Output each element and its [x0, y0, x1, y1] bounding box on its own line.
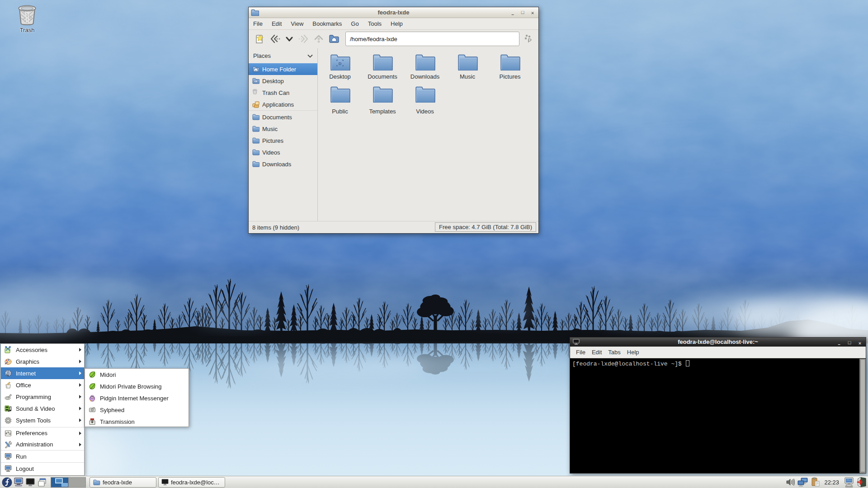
svg-text:D: D	[339, 61, 342, 66]
